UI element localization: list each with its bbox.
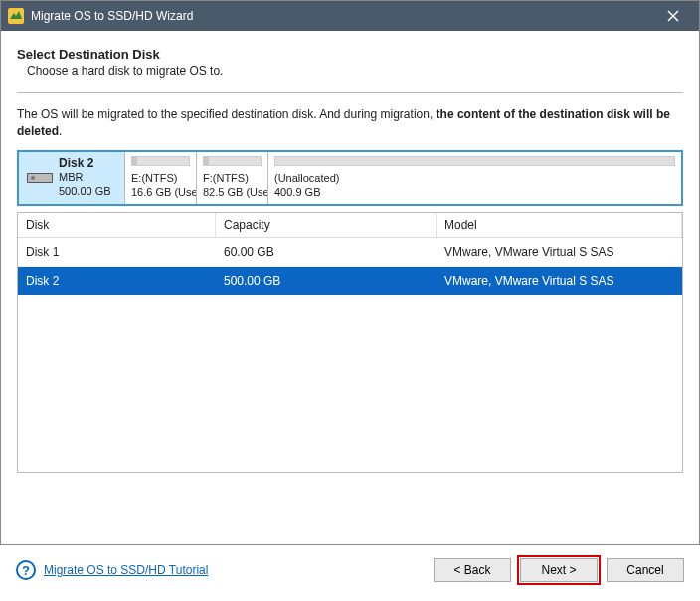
partition-bar: [203, 156, 262, 167]
partition-label: E:(NTFS): [131, 172, 190, 186]
partition[interactable]: (Unallocated)400.9 GB: [267, 152, 681, 204]
table-body: Disk 160.00 GBVMware, VMware Virtual S S…: [18, 238, 682, 295]
disk-size: 500.00 GB: [59, 185, 111, 199]
svg-text:?: ?: [22, 563, 30, 578]
partition[interactable]: E:(NTFS)16.6 GB (Used: [124, 152, 196, 204]
th-capacity[interactable]: Capacity: [216, 213, 437, 237]
table-row[interactable]: Disk 2500.00 GBVMware, VMware Virtual S …: [18, 267, 682, 295]
warning-suffix: .: [59, 124, 62, 138]
help-icon[interactable]: ?: [16, 560, 36, 580]
cell-disk: Disk 2: [18, 267, 216, 295]
table-row[interactable]: Disk 160.00 GBVMware, VMware Virtual S S…: [18, 238, 682, 267]
disk-table: Disk Capacity Model Disk 160.00 GBVMware…: [17, 212, 683, 473]
partition-detail: 16.6 GB (Used: [131, 186, 190, 200]
next-button[interactable]: Next >: [520, 558, 598, 582]
next-button-highlight: Next >: [517, 555, 601, 585]
close-icon: [667, 10, 679, 22]
cell-model: VMware, VMware Virtual S SAS: [437, 267, 682, 295]
close-button[interactable]: [653, 1, 693, 31]
page-title: Select Destination Disk: [17, 47, 683, 62]
cell-capacity: 500.00 GB: [216, 267, 437, 295]
disk-name: Disk 2: [59, 156, 111, 171]
warning-prefix: The OS will be migrated to the specified…: [17, 107, 437, 121]
cancel-button[interactable]: Cancel: [607, 558, 684, 582]
page-subtitle: Choose a hard disk to migrate OS to.: [27, 64, 683, 78]
disk-header-info: Disk 2 MBR 500.00 GB: [59, 156, 111, 199]
cell-model: VMware, VMware Virtual S SAS: [437, 238, 682, 266]
cell-disk: Disk 1: [18, 238, 216, 266]
back-button[interactable]: < Back: [434, 558, 511, 582]
tutorial-link[interactable]: Migrate OS to SSD/HD Tutorial: [44, 563, 208, 577]
disk-style: MBR: [59, 171, 111, 185]
partition-bar: [274, 156, 675, 167]
th-model[interactable]: Model: [437, 213, 682, 237]
partition-label: F:(NTFS): [203, 172, 262, 186]
wizard-content: Select Destination Disk Choose a hard di…: [1, 31, 699, 473]
titlebar: Migrate OS to SSD/HD Wizard: [1, 1, 699, 31]
app-icon: [7, 7, 25, 25]
warning-text: The OS will be migrated to the specified…: [17, 106, 683, 140]
svg-point-5: [31, 176, 35, 180]
hard-disk-icon: [27, 171, 53, 185]
th-disk[interactable]: Disk: [18, 213, 216, 237]
partition[interactable]: F:(NTFS)82.5 GB (Used: [196, 152, 267, 204]
partition-detail: 400.9 GB: [274, 186, 675, 200]
divider: [17, 92, 683, 93]
partition-label: (Unallocated): [274, 172, 675, 186]
partition-bar: [131, 156, 190, 167]
disk-layout-box: Disk 2 MBR 500.00 GB E:(NTFS)16.6 GB (Us…: [17, 150, 683, 206]
cell-capacity: 60.00 GB: [216, 238, 437, 266]
window-title: Migrate OS to SSD/HD Wizard: [31, 9, 653, 23]
partition-detail: 82.5 GB (Used: [203, 186, 262, 200]
table-header: Disk Capacity Model: [18, 213, 682, 238]
footer: ? Migrate OS to SSD/HD Tutorial < Back N…: [0, 544, 700, 601]
partitions-container: E:(NTFS)16.6 GB (UsedF:(NTFS)82.5 GB (Us…: [124, 152, 681, 204]
disk-header[interactable]: Disk 2 MBR 500.00 GB: [19, 152, 124, 204]
